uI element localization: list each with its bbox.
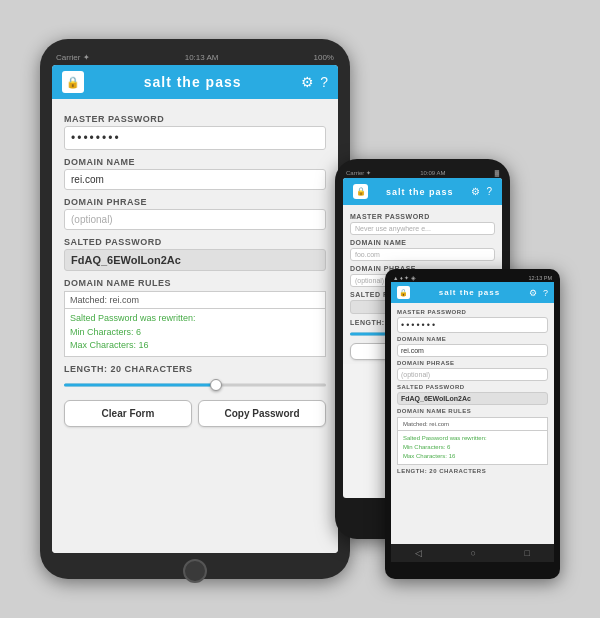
android-status-bar: ▲ ♦ ✦ ◈ 12:13 PM [391, 275, 554, 282]
action-buttons: Clear Form Copy Password [64, 400, 326, 427]
phone-domain-name-label: DOMAIN NAME [350, 239, 495, 246]
android-domain-rules-label: DOMAIN NAME RULES [397, 408, 548, 414]
android-home-icon[interactable]: ○ [471, 548, 476, 558]
android-rules-line2: Min Characters: 6 [403, 444, 450, 450]
tablet-device: Carrier ✦ 10:13 AM 100% 🔒 salt the pass … [40, 39, 350, 579]
android-device: ▲ ♦ ✦ ◈ 12:13 PM 🔒 salt the pass ⚙ ? MAS… [385, 269, 560, 579]
android-app-title: salt the pass [439, 288, 500, 297]
android-gear-icon[interactable]: ⚙ [529, 288, 537, 298]
android-app-content: MASTER PASSWORD ••••••• DOMAIN NAME rei.… [391, 303, 554, 481]
length-slider[interactable] [64, 378, 326, 392]
tablet-app-header: 🔒 salt the pass ⚙ ? [52, 65, 338, 99]
master-password-label: MASTER PASSWORD [64, 114, 326, 124]
rules-box: Matched: rei.com Salted Password was rew… [64, 291, 326, 357]
tablet-app-title: salt the pass [144, 74, 242, 90]
android-header-icons: ⚙ ? [529, 288, 548, 298]
lock-icon: 🔒 [62, 71, 84, 93]
phone-master-password-label: MASTER PASSWORD [350, 213, 495, 220]
android-time: 12:13 PM [528, 275, 552, 281]
android-domain-phrase-input[interactable]: (optional) [397, 368, 548, 381]
android-back-icon[interactable]: ◁ [415, 548, 422, 558]
domain-phrase-input[interactable]: (optional) [64, 209, 326, 230]
rules-line1: Salted Password was rewritten: [70, 313, 196, 323]
phone-status-bar: Carrier ✦ 10:09 AM ▓ [343, 169, 502, 178]
phone-carrier: Carrier ✦ [346, 169, 371, 176]
android-master-password-input[interactable]: ••••••• [397, 317, 548, 333]
phone-battery-icon: ▓ [495, 170, 499, 176]
android-app-header: 🔒 salt the pass ⚙ ? [391, 282, 554, 303]
phone-gear-icon[interactable]: ⚙ [471, 186, 480, 197]
phone-domain-name-input[interactable]: foo.com [350, 248, 495, 261]
slider-thumb[interactable] [210, 379, 222, 391]
salted-password-output: FdAQ_6EWoILon2Ac [64, 249, 326, 271]
android-domain-name-label: DOMAIN NAME [397, 336, 548, 342]
tablet-screen: 🔒 salt the pass ⚙ ? MASTER PASSWORD ••••… [52, 65, 338, 553]
rules-line3: Max Characters: 16 [70, 340, 149, 350]
salted-password-label: SALTED PASSWORD [64, 237, 326, 247]
slider-track [64, 383, 326, 386]
rules-matched: Matched: rei.com [64, 291, 326, 308]
header-icons: ⚙ ? [301, 74, 328, 90]
tablet-home-button[interactable] [183, 559, 207, 583]
phone-app-title: salt the pass [386, 187, 454, 197]
android-nav-bar: ◁ ○ □ [391, 544, 554, 562]
android-master-password-label: MASTER PASSWORD [397, 309, 548, 315]
domain-name-label: DOMAIN NAME [64, 157, 326, 167]
android-salted-password-output: FdAQ_6EWoILon2Ac [397, 392, 548, 405]
android-rules-box: Matched: rei.com Salted Password was rew… [397, 417, 548, 465]
copy-password-button[interactable]: Copy Password [198, 400, 326, 427]
phone-app-header: 🔒 salt the pass ⚙ ? [343, 178, 502, 205]
phone-master-password-input[interactable]: Never use anywhere e... [350, 222, 495, 235]
help-icon[interactable]: ? [320, 74, 328, 90]
length-label: LENGTH: 20 CHARACTERS [64, 364, 193, 374]
android-salted-password-label: SALTED PASSWORD [397, 384, 548, 390]
android-screen: 🔒 salt the pass ⚙ ? MASTER PASSWORD ••••… [391, 282, 554, 544]
android-length-row: LENGTH: 20 CHARACTERS [397, 468, 548, 474]
domain-phrase-label: DOMAIN PHRASE [64, 197, 326, 207]
android-lock-icon: 🔒 [397, 286, 410, 299]
slider-fill [64, 383, 221, 386]
tablet-status-bar: Carrier ✦ 10:13 AM 100% [52, 53, 338, 65]
android-rules-rewritten: Salted Password was rewritten: Min Chara… [397, 430, 548, 465]
master-password-input[interactable]: •••••••• [64, 126, 326, 150]
android-rules-line3: Max Characters: 16 [403, 453, 455, 459]
rules-rewritten: Salted Password was rewritten: Min Chara… [64, 308, 326, 357]
phone-time: 10:09 AM [420, 170, 445, 176]
android-rules-line1: Salted Password was rewritten: [403, 435, 487, 441]
rules-line2: Min Characters: 6 [70, 327, 141, 337]
android-domain-name-input[interactable]: rei.com [397, 344, 548, 357]
length-row: LENGTH: 20 CHARACTERS [64, 364, 326, 374]
tablet-carrier: Carrier ✦ [56, 53, 90, 62]
phone-help-icon[interactable]: ? [486, 186, 492, 197]
phone-header-icons: ⚙ ? [471, 186, 492, 197]
tablet-battery: 100% [314, 53, 334, 62]
android-signal-icons: ▲ ♦ ✦ ◈ [393, 275, 416, 281]
android-domain-phrase-label: DOMAIN PHRASE [397, 360, 548, 366]
android-menu-icon[interactable]: □ [524, 548, 529, 558]
tablet-time: 10:13 AM [185, 53, 219, 62]
phone-lock-icon: 🔒 [353, 184, 368, 199]
android-rules-matched: Matched: rei.com [397, 417, 548, 430]
domain-rules-label: DOMAIN NAME RULES [64, 278, 326, 288]
gear-icon[interactable]: ⚙ [301, 74, 314, 90]
android-length-label: LENGTH: 20 CHARACTERS [397, 468, 486, 474]
clear-form-button[interactable]: Clear Form [64, 400, 192, 427]
android-help-icon[interactable]: ? [543, 288, 548, 298]
domain-name-input[interactable]: rei.com [64, 169, 326, 190]
tablet-app-content: MASTER PASSWORD •••••••• DOMAIN NAME rei… [52, 99, 338, 553]
